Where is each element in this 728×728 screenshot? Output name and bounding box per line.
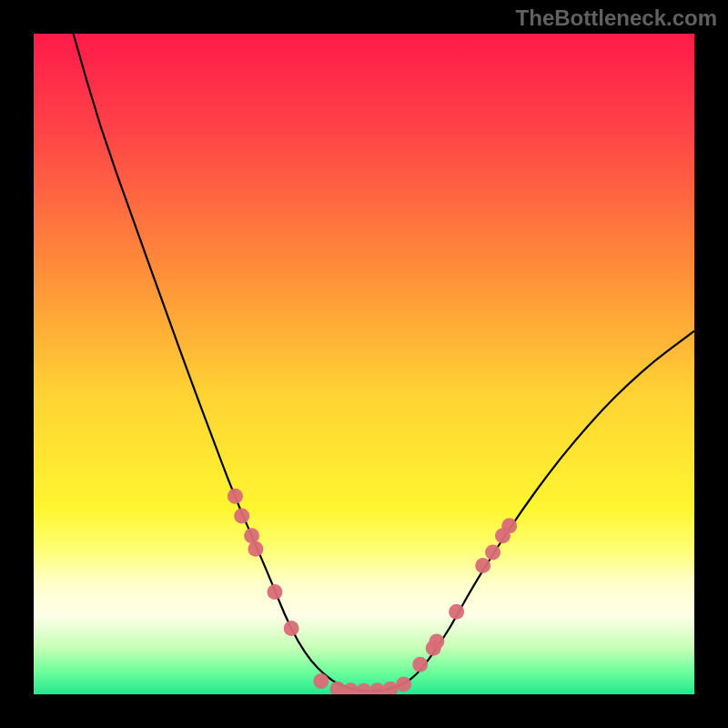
data-marker — [267, 584, 282, 600]
data-marker — [412, 657, 428, 672]
chart-container: TheBottleneck.com — [0, 0, 728, 728]
watermark-text: TheBottleneck.com — [516, 5, 717, 31]
data-marker — [449, 604, 464, 620]
data-marker — [429, 633, 444, 649]
chart-background — [34, 34, 694, 694]
data-marker — [284, 621, 299, 636]
data-marker — [313, 673, 329, 689]
data-marker — [501, 518, 517, 533]
plot-area — [34, 34, 694, 694]
data-marker — [475, 558, 490, 573]
data-marker — [485, 544, 500, 560]
chart-svg — [34, 34, 694, 694]
data-marker — [396, 677, 411, 693]
data-marker — [248, 541, 263, 557]
data-marker — [228, 489, 243, 504]
data-marker — [244, 528, 259, 543]
data-marker — [234, 508, 249, 523]
